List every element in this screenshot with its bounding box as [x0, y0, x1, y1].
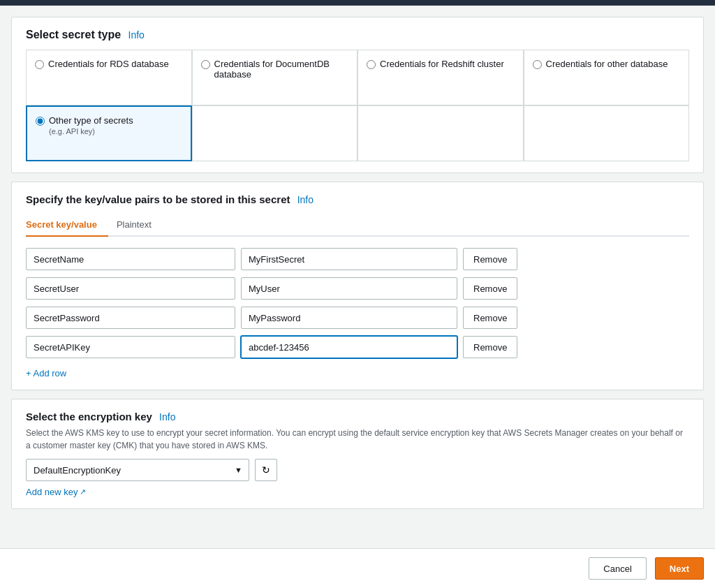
kv-remove-button-1[interactable]: Remove: [463, 277, 517, 300]
kv-tabs: Secret key/value Plaintext: [26, 214, 689, 237]
secret-type-card-other-secret[interactable]: Other type of secrets (e.g. API key): [26, 105, 192, 161]
kv-row-3: Remove: [26, 336, 689, 358]
add-row-link[interactable]: + Add row: [26, 368, 66, 378]
add-key-link[interactable]: Add new key ↗: [26, 487, 86, 497]
kv-section-title: Specify the key/value pairs to be stored…: [26, 193, 689, 205]
kv-key-input-0[interactable]: [26, 248, 235, 270]
secret-type-card-other-db-text: Credentials for other database: [546, 59, 668, 69]
encryption-title: Select the encryption key Info: [26, 411, 689, 422]
secret-type-radio-other-secret[interactable]: [36, 117, 45, 126]
secret-type-card-other-secret-label[interactable]: Other type of secrets (e.g. API key): [36, 115, 182, 135]
kv-val-input-0[interactable]: [241, 248, 457, 270]
tab-plaintext[interactable]: Plaintext: [117, 214, 163, 237]
secret-type-title-text: Select secret type: [26, 29, 121, 41]
external-link-icon: ↗: [80, 487, 86, 497]
encryption-info-link[interactable]: Info: [159, 411, 175, 422]
kv-remove-button-3[interactable]: Remove: [463, 336, 517, 358]
add-key-label: Add new key: [26, 487, 78, 497]
secret-type-card-redshift-label[interactable]: Credentials for Redshift cluster: [367, 59, 515, 69]
encryption-refresh-button[interactable]: ↻: [255, 459, 277, 481]
encryption-select-wrapper: DefaultEncryptionKey ▼: [26, 459, 249, 481]
tab-plaintext-label: Plaintext: [117, 219, 152, 230]
kv-row-0: Remove: [26, 248, 689, 270]
secret-type-radio-redshift[interactable]: [367, 60, 376, 69]
secret-type-card-other-secret-subtext: (e.g. API key): [49, 127, 133, 135]
secret-type-empty-cell-3: [524, 105, 690, 161]
secret-type-card-redshift-text: Credentials for Redshift cluster: [380, 59, 504, 69]
secret-type-info-link[interactable]: Info: [128, 29, 145, 41]
encryption-key-select[interactable]: DefaultEncryptionKey: [26, 459, 249, 481]
kv-row-2: Remove: [26, 307, 689, 329]
secret-type-card-other-db-label[interactable]: Credentials for other database: [533, 59, 681, 69]
secret-type-empty-cell-2: [358, 105, 524, 161]
cancel-button[interactable]: Cancel: [589, 557, 646, 580]
secret-type-card-rds[interactable]: Credentials for RDS database: [26, 50, 192, 105]
secret-type-card-other-db[interactable]: Credentials for other database: [524, 50, 690, 105]
kv-remove-button-0[interactable]: Remove: [463, 248, 517, 270]
secret-type-card-documentdb-label[interactable]: Credentials for DocumentDB database: [201, 59, 349, 80]
encryption-section: Select the encryption key Info Select th…: [11, 399, 704, 509]
secret-type-card-documentdb[interactable]: Credentials for DocumentDB database: [192, 50, 358, 105]
next-button[interactable]: Next: [655, 557, 704, 580]
encryption-title-text: Select the encryption key: [26, 411, 152, 422]
secret-type-radio-documentdb[interactable]: [201, 60, 210, 69]
kv-remove-button-2[interactable]: Remove: [463, 307, 517, 329]
encryption-key-row: DefaultEncryptionKey ▼ ↻: [26, 459, 689, 481]
secret-type-card-rds-text: Credentials for RDS database: [48, 59, 169, 69]
page-footer: Cancel Next: [0, 548, 715, 588]
kv-val-input-1[interactable]: [241, 277, 457, 300]
encryption-description: Select the AWS KMS key to use to encrypt…: [26, 427, 689, 452]
tab-keyvalue[interactable]: Secret key/value: [26, 214, 108, 237]
secret-type-card-redshift[interactable]: Credentials for Redshift cluster: [358, 50, 524, 105]
kv-val-input-2[interactable]: [241, 307, 457, 329]
kv-section-info-link[interactable]: Info: [297, 194, 314, 205]
secret-type-empty-cell-1: [192, 105, 358, 161]
page-wrapper: Select secret type Info Credentials for …: [0, 6, 715, 571]
kv-val-input-3[interactable]: [241, 336, 457, 358]
secret-type-radio-other-db[interactable]: [533, 60, 542, 69]
tab-keyvalue-label: Secret key/value: [26, 219, 97, 230]
kv-key-input-2[interactable]: [26, 307, 235, 329]
kv-key-input-1[interactable]: [26, 277, 235, 300]
top-bar: [0, 0, 715, 6]
secret-type-card-rds-label[interactable]: Credentials for RDS database: [35, 59, 183, 69]
refresh-icon: ↻: [262, 464, 270, 476]
secret-type-card-other-secret-text: Other type of secrets: [49, 115, 133, 126]
secret-type-title: Select secret type Info: [26, 29, 689, 41]
kv-key-input-3[interactable]: [26, 336, 235, 358]
kv-section-title-text: Specify the key/value pairs to be stored…: [26, 193, 290, 205]
secret-type-section: Select secret type Info Credentials for …: [11, 17, 704, 173]
secret-type-card-documentdb-text: Credentials for DocumentDB database: [214, 59, 349, 80]
kv-row-1: Remove: [26, 277, 689, 300]
secret-type-radio-rds[interactable]: [35, 60, 44, 69]
kv-section: Specify the key/value pairs to be stored…: [11, 182, 704, 390]
kv-rows-container: Remove Remove Remove Remove: [26, 248, 689, 358]
